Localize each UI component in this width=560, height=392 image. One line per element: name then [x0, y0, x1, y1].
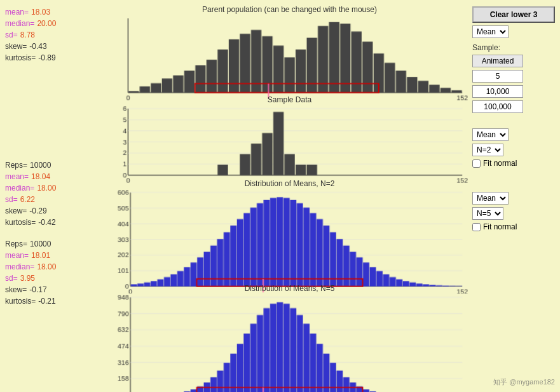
- dist2-fit-normal-row: Fit normal: [472, 222, 555, 231]
- dist2-reps-value: 10000: [30, 238, 51, 250]
- dist2-median-value: 18.00: [37, 261, 56, 273]
- dist1-skew-row: skew= -0.29: [5, 205, 107, 217]
- ctrl-spacer2: [472, 170, 555, 189]
- dist2-kurtosis-row: kurtosis= -0.21: [5, 295, 107, 307]
- dist2-reps-row: Reps= 10000: [5, 238, 107, 250]
- n5-button[interactable]: 5: [472, 70, 523, 83]
- dist1-sd-label: sd=: [5, 194, 18, 205]
- parent-sd-row: sd= 8.78: [5, 29, 107, 41]
- dist2-skew-label: skew=: [5, 284, 27, 295]
- dist1-chart-canvas[interactable]: [109, 189, 470, 300]
- charts-panel: Parent population (can be changed with t…: [109, 5, 470, 387]
- dist2-median-row: median= 18.00: [5, 261, 107, 273]
- ctrl-spacer1: [472, 116, 555, 126]
- watermark: 知乎 @mygame182: [493, 377, 555, 387]
- dist1-sd-row: sd= 6.22: [5, 194, 107, 205]
- dist2-stats-block: Reps= 10000 mean= 18.01 median= 18.00 sd…: [5, 238, 107, 307]
- mid-spacer: [5, 232, 107, 238]
- n100000-button[interactable]: 100,000: [472, 100, 523, 113]
- dist2-skew-value: -0.17: [29, 284, 46, 295]
- dist2-skew-row: skew= -0.17: [5, 284, 107, 295]
- dist2-mean-label: mean=: [5, 250, 29, 261]
- dist2-sd-row: sd= 3.95: [5, 273, 107, 284]
- dist1-median-label: median=: [5, 182, 34, 194]
- dist2-mean-select-row: Mean: [472, 192, 555, 205]
- dist1-skew-label: skew=: [5, 205, 27, 217]
- parent-sd-value: 8.78: [20, 29, 35, 41]
- parent-stats-block: mean= 18.03 median= 20.00 sd= 8.78 skew=…: [5, 6, 107, 64]
- dist1-kurtosis-label: kurtosis=: [5, 217, 36, 228]
- left-stats-panel: mean= 18.03 median= 20.00 sd= 8.78 skew=…: [5, 5, 107, 387]
- parent-skew-label: skew=: [5, 41, 27, 52]
- dist1-kurtosis-row: kurtosis= -0.42: [5, 217, 107, 228]
- dist1-fit-normal-row: Fit normal: [472, 159, 555, 168]
- dist1-chart-title: Distribution of Means, N=2: [109, 179, 470, 188]
- dist1-mean-select[interactable]: Mean: [472, 128, 509, 141]
- dist2-kurtosis-label: kurtosis=: [5, 295, 36, 307]
- parent-mean-label: mean=: [5, 6, 29, 18]
- dist1-reps-row: Reps= 10000: [5, 159, 107, 171]
- parent-mean-value: 18.03: [31, 6, 50, 18]
- dist2-mean-select[interactable]: Mean: [472, 192, 509, 205]
- dist1-stats-block: Reps= 10000 mean= 18.04 median= 18.00 sd…: [5, 159, 107, 228]
- dist1-sd-value: 6.22: [20, 194, 35, 205]
- dist1-mean-select-row: Mean: [472, 128, 555, 141]
- dist1-fit-normal-label: Fit normal: [483, 159, 517, 168]
- dist1-chart-section: Distribution of Means, N=2: [109, 179, 470, 283]
- parent-skew-value: -0.43: [29, 41, 46, 52]
- dist2-chart-canvas[interactable]: [109, 294, 470, 392]
- dist2-median-label: median=: [5, 261, 34, 273]
- clear-lower-3-button[interactable]: Clear lower 3: [472, 6, 555, 23]
- right-controls-panel: Clear lower 3 Mean Sample: Animated 5 10…: [472, 5, 555, 387]
- sample-chart-canvas[interactable]: [109, 105, 470, 189]
- sample-label: Sample:: [472, 43, 555, 52]
- parent-median-value: 20.00: [37, 18, 56, 29]
- dist2-chart-section: Distribution of Means, N=5: [109, 284, 470, 391]
- parent-mean-row: mean= 18.03: [5, 6, 107, 18]
- dist2-sd-value: 3.95: [20, 273, 35, 284]
- parent-chart-canvas[interactable]: [109, 15, 470, 106]
- dist2-mean-row: mean= 18.01: [5, 250, 107, 261]
- n10000-button[interactable]: 10,000: [472, 85, 523, 98]
- dist2-fit-normal-checkbox[interactable]: [472, 223, 481, 231]
- parent-chart-section: Parent population (can be changed with t…: [109, 5, 470, 94]
- dist2-chart-title: Distribution of Means, N=5: [109, 284, 470, 293]
- sample-chart-section: Sample Data: [109, 95, 470, 178]
- dist1-kurtosis-value: -0.42: [38, 217, 55, 228]
- dist1-n-select[interactable]: N=2 N=5: [472, 144, 503, 156]
- dist1-reps-label: Reps=: [5, 159, 27, 171]
- dist1-mean-value: 18.04: [31, 171, 50, 182]
- dist2-n-select-row: N=5 N=2: [472, 207, 555, 220]
- parent-median-label: median=: [5, 18, 34, 29]
- parent-skew-row: skew= -0.43: [5, 41, 107, 52]
- parent-sd-label: sd=: [5, 29, 18, 41]
- parent-median-row: median= 20.00: [5, 18, 107, 29]
- dist1-reps-value: 10000: [30, 159, 51, 171]
- dist1-n-select-row: N=2 N=5: [472, 144, 555, 156]
- sample-chart-title: Sample Data: [109, 95, 470, 104]
- dist2-fit-normal-label: Fit normal: [483, 222, 517, 231]
- custom-dropdown-row: Mean: [472, 25, 555, 38]
- parent-kurtosis-row: kurtosis= -0.89: [5, 52, 107, 64]
- dist2-mean-value: 18.01: [31, 250, 50, 261]
- sample-spacer: [5, 67, 107, 159]
- parent-kurtosis-label: kurtosis=: [5, 52, 36, 64]
- dist1-skew-value: -0.29: [29, 205, 46, 217]
- dist2-reps-label: Reps=: [5, 238, 27, 250]
- dist1-median-value: 18.00: [37, 182, 56, 194]
- dist1-fit-normal-checkbox[interactable]: [472, 159, 481, 168]
- dist1-mean-label: mean=: [5, 171, 29, 182]
- parent-kurtosis-value: -0.89: [38, 52, 55, 64]
- dist1-mean-row: mean= 18.04: [5, 171, 107, 182]
- dist2-sd-label: sd=: [5, 273, 18, 284]
- dist2-kurtosis-value: -0.21: [38, 295, 55, 307]
- dist2-n-select[interactable]: N=5 N=2: [472, 207, 503, 220]
- custom-select[interactable]: Mean: [472, 25, 509, 38]
- dist1-median-row: median= 18.00: [5, 182, 107, 194]
- parent-chart-title: Parent population (can be changed with t…: [109, 5, 470, 14]
- animated-button[interactable]: Animated: [472, 55, 523, 67]
